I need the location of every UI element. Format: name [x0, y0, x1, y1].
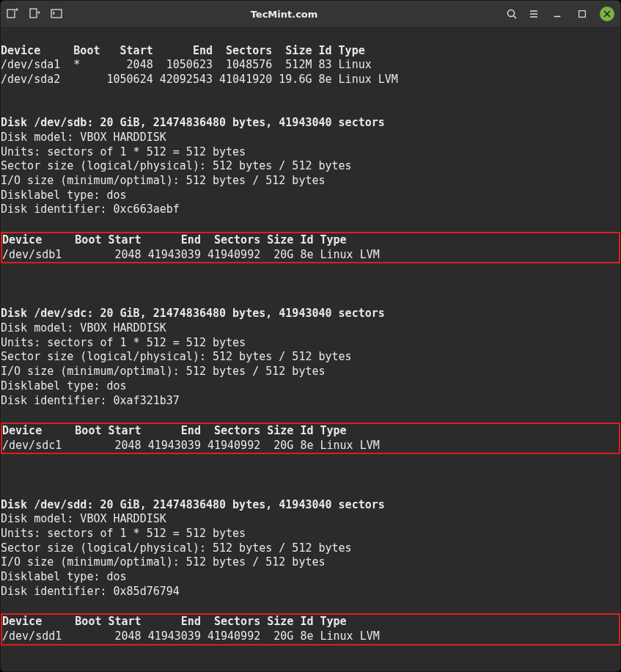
- sdd-highlight-box: Device Boot Start End Sectors Size Id Ty…: [1, 613, 620, 645]
- window-title: TecMint.com: [68, 9, 500, 20]
- sdd-row: /dev/sdd1 2048 41943039 41940992 20G 8e …: [2, 629, 380, 643]
- sdc-sector: Sector size (logical/physical): 512 byte…: [1, 350, 352, 363]
- titlebar-left-group: [7, 8, 62, 20]
- svg-line-8: [514, 16, 517, 19]
- svg-point-7: [508, 10, 515, 17]
- sdc-ident: Disk identifier: 0xaf321b37: [1, 394, 180, 407]
- new-window-icon[interactable]: [29, 8, 40, 20]
- svg-rect-6: [51, 10, 62, 18]
- sdc-units: Units: sectors of 1 * 512 = 512 bytes: [1, 336, 246, 349]
- sdc-row: /dev/sdc1 2048 41943039 41940992 20G 8e …: [2, 439, 380, 452]
- sdd-ident: Disk identifier: 0x85d76794: [1, 585, 180, 598]
- close-button[interactable]: [600, 7, 614, 21]
- sdc-model: Disk model: VBOX HARDDISK: [1, 321, 166, 335]
- sdc-highlight-box: Device Boot Start End Sectors Size Id Ty…: [1, 423, 620, 454]
- svg-rect-0: [7, 10, 15, 18]
- sdb-row: /dev/sdb1 2048 41943039 41940992 20G 8e …: [2, 248, 380, 261]
- sdc-header: Device Boot Start End Sectors Size Id Ty…: [2, 424, 347, 437]
- new-tab-icon[interactable]: [7, 8, 18, 20]
- sdd-model: Disk model: VBOX HARDDISK: [1, 512, 166, 525]
- sdd-sector: Sector size (logical/physical): 512 byte…: [1, 541, 352, 555]
- sdd-io: I/O size (minimum/optimal): 512 bytes / …: [1, 555, 326, 569]
- sda-row2: /dev/sda2 1050624 42092543 41041920 19.6…: [1, 73, 398, 86]
- menu-icon[interactable]: [528, 8, 540, 20]
- sdc-io: I/O size (minimum/optimal): 512 bytes / …: [1, 365, 326, 378]
- window-titlebar: TecMint.com: [1, 1, 620, 28]
- terminal-icon[interactable]: [51, 8, 62, 20]
- svg-rect-13: [579, 11, 586, 18]
- sdb-header: Device Boot Start End Sectors Size Id Ty…: [2, 233, 347, 246]
- sdc-title: Disk /dev/sdc: 20 GiB, 21474836480 bytes…: [1, 307, 385, 320]
- minimize-button[interactable]: [550, 7, 565, 21]
- sdd-units: Units: sectors of 1 * 512 = 512 bytes: [1, 527, 246, 540]
- sdb-io: I/O size (minimum/optimal): 512 bytes / …: [1, 174, 326, 187]
- sdb-model: Disk model: VBOX HARDDISK: [1, 131, 166, 144]
- sdd-title: Disk /dev/sdd: 20 GiB, 21474836480 bytes…: [1, 498, 385, 511]
- titlebar-right-group: [506, 7, 614, 21]
- sdb-title: Disk /dev/sdb: 20 GiB, 21474836480 bytes…: [1, 116, 385, 129]
- sdb-highlight-box: Device Boot Start End Sectors Size Id Ty…: [1, 232, 620, 263]
- sdd-label: Disklabel type: dos: [1, 570, 127, 583]
- sda-row1: /dev/sda1 * 2048 1050623 1048576 512M 83…: [1, 58, 372, 71]
- search-icon[interactable]: [506, 8, 518, 20]
- sdb-units: Units: sectors of 1 * 512 = 512 bytes: [1, 145, 246, 158]
- sda-header: Device Boot Start End Sectors Size Id Ty…: [1, 44, 365, 57]
- svg-rect-3: [30, 9, 37, 18]
- sdd-header: Device Boot Start End Sectors Size Id Ty…: [2, 615, 347, 628]
- sdb-ident: Disk identifier: 0xc663aebf: [1, 202, 180, 216]
- sdc-label: Disklabel type: dos: [1, 379, 127, 392]
- terminal-output[interactable]: Device Boot Start End Sectors Size Id Ty…: [1, 28, 620, 672]
- sdb-sector: Sector size (logical/physical): 512 byte…: [1, 159, 352, 172]
- sdb-label: Disklabel type: dos: [1, 189, 127, 202]
- maximize-button[interactable]: [575, 7, 589, 21]
